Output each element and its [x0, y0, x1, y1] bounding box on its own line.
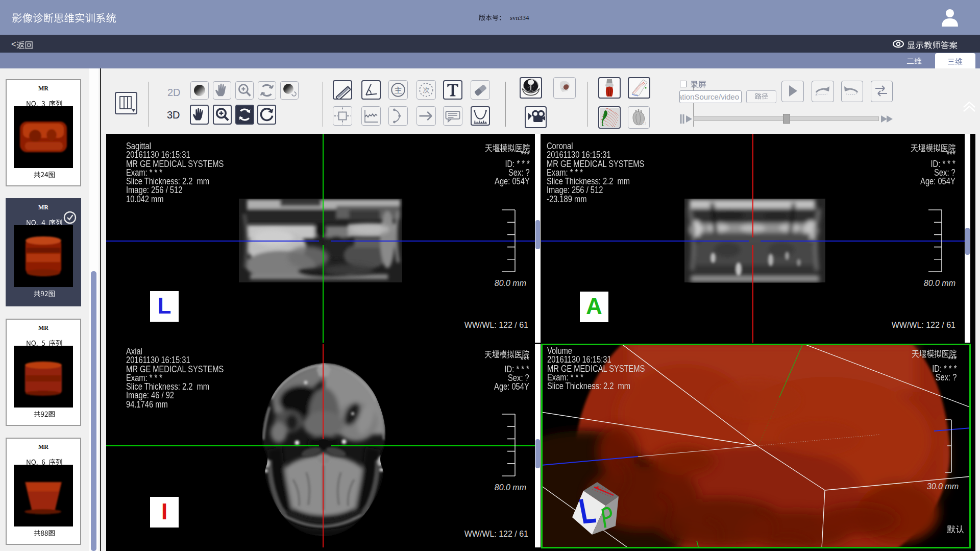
svg-text:D: D	[642, 120, 646, 126]
svg-text:次: 次	[423, 86, 430, 94]
svg-text:主: 主	[395, 86, 402, 94]
